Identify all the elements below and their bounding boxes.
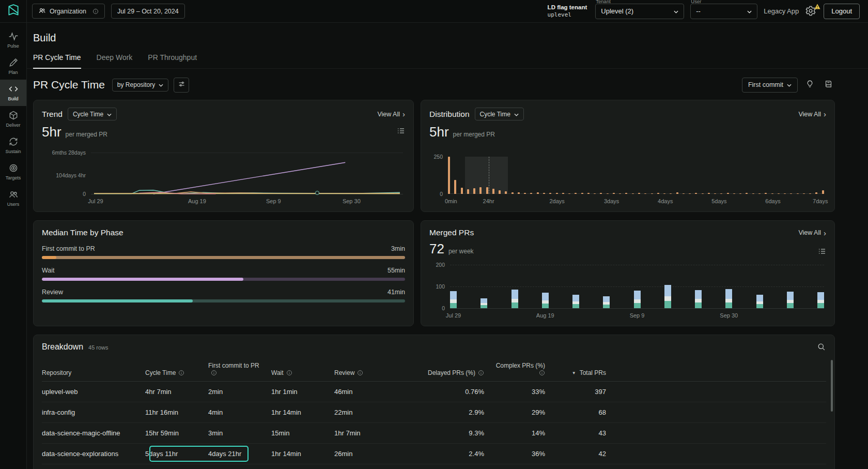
info-icon[interactable]: [478, 370, 484, 376]
histogram-bar[interactable]: [797, 193, 799, 194]
histogram-bar[interactable]: [778, 193, 780, 194]
group-by-dropdown[interactable]: by Repository: [112, 79, 168, 92]
stacked-bar[interactable]: [603, 265, 610, 308]
tab-deep-work[interactable]: Deep Work: [97, 53, 133, 69]
stacked-bar[interactable]: [512, 265, 518, 308]
info-icon[interactable]: [211, 370, 217, 376]
histogram-bar[interactable]: [702, 193, 704, 194]
histogram-bar[interactable]: [714, 193, 716, 194]
histogram-bar[interactable]: [689, 193, 691, 194]
histogram-bar[interactable]: [575, 193, 577, 194]
histogram-bar[interactable]: [524, 193, 526, 194]
histogram-bar[interactable]: [549, 193, 551, 194]
sidebar-item-users[interactable]: Users: [0, 185, 26, 211]
legacy-app-link[interactable]: Legacy App: [764, 7, 799, 15]
stacked-bar[interactable]: [787, 265, 794, 308]
histogram-bar[interactable]: [568, 193, 570, 194]
table-row[interactable]: data-science-explorations5days 11hr4days…: [42, 444, 826, 464]
sort-desc-icon[interactable]: ▼: [572, 371, 576, 375]
histogram-bar[interactable]: [505, 191, 507, 194]
histogram-bar[interactable]: [486, 187, 488, 194]
info-icon[interactable]: [357, 370, 363, 376]
histogram-bar[interactable]: [803, 193, 805, 194]
histogram-bar[interactable]: [809, 193, 811, 194]
column-header-first-commit-to-pr[interactable]: First commit to PR: [208, 358, 271, 382]
histogram-bar[interactable]: [676, 192, 678, 194]
date-range-button[interactable]: Jul 29 – Oct 20, 2024: [111, 4, 185, 19]
histogram-bar[interactable]: [461, 188, 463, 194]
sidebar-item-deliver[interactable]: Deliver: [0, 106, 26, 132]
histogram-bar[interactable]: [663, 193, 665, 194]
sidebar-item-pulse[interactable]: Pulse: [0, 27, 26, 53]
histogram-bar[interactable]: [784, 193, 786, 194]
histogram-bar[interactable]: [815, 192, 817, 194]
histogram-bar[interactable]: [518, 192, 520, 194]
histogram-bar[interactable]: [600, 193, 602, 194]
histogram-bar[interactable]: [708, 193, 710, 194]
histogram-bar[interactable]: [695, 193, 697, 194]
distribution-metric-dropdown[interactable]: Cycle Time: [475, 108, 524, 120]
histogram-bar[interactable]: [454, 180, 456, 194]
trend-view-all-link[interactable]: View All ›: [377, 110, 405, 118]
search-icon[interactable]: [817, 342, 826, 352]
stacked-bar[interactable]: [664, 265, 671, 308]
histogram-bar[interactable]: [644, 193, 646, 194]
trend-point-marker[interactable]: [315, 191, 319, 195]
table-row[interactable]: uplevel-web4hr 7min2min1hr 1min46min0.76…: [42, 382, 826, 402]
sidebar-item-targets[interactable]: Targets: [0, 159, 26, 185]
info-icon[interactable]: [539, 370, 545, 376]
histogram-bar[interactable]: [758, 193, 761, 194]
sidebar-item-build[interactable]: Build: [0, 80, 26, 106]
histogram-bar[interactable]: [632, 193, 634, 194]
histogram-bar[interactable]: [790, 193, 792, 194]
histogram-bar[interactable]: [448, 157, 450, 194]
tenant-select[interactable]: Uplevel (2): [595, 4, 684, 19]
legend-list-icon[interactable]: [818, 248, 826, 255]
logout-button[interactable]: Logout: [824, 4, 860, 19]
histogram-bar[interactable]: [746, 193, 748, 194]
app-logo[interactable]: [0, 0, 27, 23]
stacked-bar[interactable]: [756, 265, 763, 308]
stacked-bar[interactable]: [725, 265, 732, 308]
stacked-bar[interactable]: [634, 265, 641, 308]
histogram-bar[interactable]: [720, 193, 722, 194]
histogram-bar[interactable]: [530, 193, 532, 194]
tab-pr-throughput[interactable]: PR Throughput: [148, 53, 197, 69]
column-header-review[interactable]: Review: [334, 358, 401, 382]
settings-gear-icon[interactable]: [805, 5, 817, 18]
info-icon[interactable]: [178, 370, 184, 376]
table-row[interactable]: data-science-magic-offline15hr 59min3min…: [42, 423, 826, 444]
tab-pr-cycle-time[interactable]: PR Cycle Time: [33, 53, 81, 69]
column-header-cycle-time[interactable]: Cycle Time: [145, 358, 208, 382]
glossary-icon-button[interactable]: [822, 78, 835, 93]
histogram-bar[interactable]: [727, 193, 729, 194]
table-row[interactable]: infra-config11hr 16min4min1hr 14min22min…: [42, 402, 826, 423]
histogram-bar[interactable]: [752, 193, 754, 194]
histogram-bar[interactable]: [492, 189, 494, 194]
histogram-bar[interactable]: [607, 193, 609, 194]
histogram-bar[interactable]: [473, 188, 475, 194]
column-header-repository[interactable]: Repository: [42, 358, 145, 382]
sidebar-item-plan[interactable]: Plan: [0, 53, 26, 80]
insights-icon-button[interactable]: [803, 78, 816, 93]
histogram-bar[interactable]: [543, 193, 545, 194]
histogram-bar[interactable]: [657, 193, 659, 194]
info-icon[interactable]: [92, 8, 99, 14]
column-header-delayed-prs-[interactable]: Delayed PRs (%): [401, 358, 488, 382]
histogram-bar[interactable]: [479, 187, 482, 194]
histogram-bar[interactable]: [467, 189, 469, 194]
histogram-bar[interactable]: [499, 190, 501, 194]
histogram-bar[interactable]: [594, 193, 596, 194]
merged-view-all-link[interactable]: View All ›: [798, 229, 826, 237]
distribution-view-all-link[interactable]: View All ›: [798, 110, 826, 118]
histogram-bar[interactable]: [581, 193, 583, 194]
histogram-bar[interactable]: [537, 192, 539, 194]
histogram-bar[interactable]: [512, 192, 514, 194]
stacked-bar[interactable]: [450, 265, 457, 308]
histogram-bar[interactable]: [651, 193, 653, 194]
info-icon[interactable]: [286, 370, 292, 376]
stacked-bar[interactable]: [572, 265, 579, 308]
organization-button[interactable]: Organization: [32, 4, 105, 19]
histogram-bar[interactable]: [733, 193, 735, 194]
stacked-bar[interactable]: [695, 265, 702, 308]
